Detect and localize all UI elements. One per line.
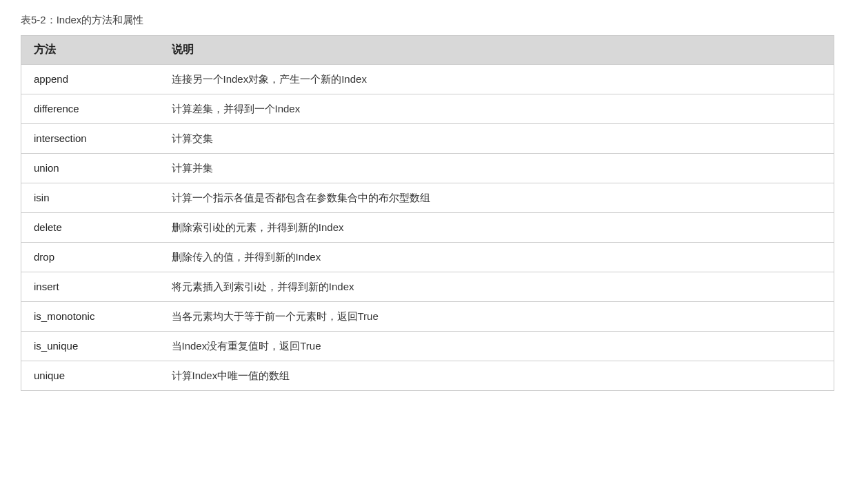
method-cell: append	[21, 65, 159, 94]
table-row: drop删除传入的值，并得到新的Index	[21, 243, 834, 272]
method-cell: isin	[21, 183, 159, 213]
method-cell: difference	[21, 94, 159, 124]
description-cell: 连接另一个Index对象，产生一个新的Index	[159, 65, 834, 94]
table-row: insert将元素插入到索引i处，并得到新的Index	[21, 272, 834, 302]
method-cell: delete	[21, 213, 159, 243]
table-title: 表5-2：Index的方法和属性	[21, 14, 834, 27]
header-method: 方法	[21, 36, 159, 65]
description-cell: 当Index没有重复值时，返回True	[159, 332, 834, 361]
description-cell: 计算交集	[159, 124, 834, 154]
method-cell: union	[21, 154, 159, 183]
description-cell: 计算差集，并得到一个Index	[159, 94, 834, 124]
table-row: unique计算Index中唯一值的数组	[21, 361, 834, 391]
description-cell: 计算并集	[159, 154, 834, 183]
method-cell: insert	[21, 272, 159, 302]
table-row: delete删除索引i处的元素，并得到新的Index	[21, 213, 834, 243]
method-cell: is_monotonic	[21, 302, 159, 332]
table-header-row: 方法 说明	[21, 36, 834, 65]
description-cell: 将元素插入到索引i处，并得到新的Index	[159, 272, 834, 302]
header-description: 说明	[159, 36, 834, 65]
description-cell: 计算一个指示各值是否都包含在参数集合中的布尔型数组	[159, 183, 834, 213]
method-cell: drop	[21, 243, 159, 272]
method-cell: unique	[21, 361, 159, 391]
table-row: difference计算差集，并得到一个Index	[21, 94, 834, 124]
table-row: is_unique当Index没有重复值时，返回True	[21, 332, 834, 361]
table-row: isin计算一个指示各值是否都包含在参数集合中的布尔型数组	[21, 183, 834, 213]
table-row: intersection计算交集	[21, 124, 834, 154]
table-row: union计算并集	[21, 154, 834, 183]
description-cell: 删除传入的值，并得到新的Index	[159, 243, 834, 272]
table-row: append连接另一个Index对象，产生一个新的Index	[21, 65, 834, 94]
description-cell: 当各元素均大于等于前一个元素时，返回True	[159, 302, 834, 332]
description-cell: 计算Index中唯一值的数组	[159, 361, 834, 391]
description-cell: 删除索引i处的元素，并得到新的Index	[159, 213, 834, 243]
method-cell: intersection	[21, 124, 159, 154]
table-row: is_monotonic当各元素均大于等于前一个元素时，返回True	[21, 302, 834, 332]
index-methods-table: 方法 说明 append连接另一个Index对象，产生一个新的Indexdiff…	[21, 35, 834, 391]
method-cell: is_unique	[21, 332, 159, 361]
